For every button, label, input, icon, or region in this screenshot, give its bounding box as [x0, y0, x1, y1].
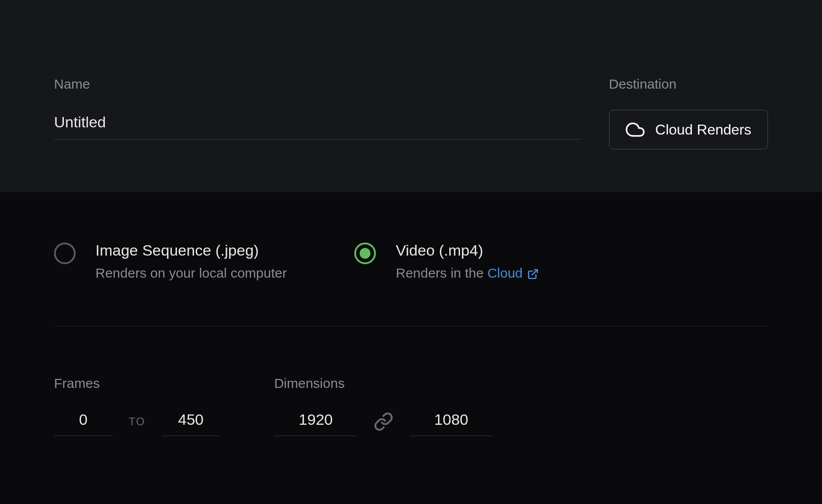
output-type-radios: Image Sequence (.jpeg) Renders on your l…: [54, 242, 768, 326]
cloud-link[interactable]: Cloud: [488, 266, 539, 281]
radio-title: Image Sequence (.jpeg): [95, 242, 287, 259]
radio-video[interactable]: Video (.mp4) Renders in the Cloud: [354, 242, 539, 281]
cloud-icon: [626, 120, 645, 139]
destination-button[interactable]: Cloud Renders: [609, 110, 768, 149]
radio-circle-selected-icon: [354, 243, 376, 264]
frames-separator: TO: [129, 415, 145, 428]
name-field-group: Name: [54, 76, 582, 140]
dimensions-height-input[interactable]: [410, 407, 493, 436]
frames-group: Frames TO: [54, 376, 220, 436]
dimensions-group: Dimensions: [274, 376, 493, 436]
radio-text-group: Video (.mp4) Renders in the Cloud: [396, 242, 539, 281]
radio-circle-icon: [54, 243, 76, 264]
dimensions-label: Dimensions: [274, 376, 493, 391]
subtitle-prefix: Renders in the: [396, 266, 487, 280]
name-input[interactable]: [54, 110, 582, 140]
frames-label: Frames: [54, 376, 220, 391]
frames-start-input[interactable]: [54, 407, 113, 436]
link-aspect-icon[interactable]: [374, 412, 393, 432]
radio-text-group: Image Sequence (.jpeg) Renders on your l…: [95, 242, 287, 281]
radio-image-sequence[interactable]: Image Sequence (.jpeg) Renders on your l…: [54, 242, 287, 281]
radio-subtitle: Renders on your local computer: [95, 266, 287, 281]
name-label: Name: [54, 76, 582, 92]
radio-subtitle: Renders in the Cloud: [396, 266, 539, 281]
destination-group: Destination Cloud Renders: [609, 76, 768, 149]
external-link-icon: [527, 266, 539, 281]
radio-title: Video (.mp4): [396, 242, 539, 259]
svg-line-0: [532, 270, 537, 275]
settings-row: Frames TO Dimensions: [54, 326, 768, 436]
frames-end-input[interactable]: [162, 407, 220, 436]
destination-button-label: Cloud Renders: [655, 122, 751, 138]
dimensions-width-input[interactable]: [274, 407, 357, 436]
cloud-link-text: Cloud: [488, 266, 523, 281]
destination-label: Destination: [609, 76, 768, 92]
